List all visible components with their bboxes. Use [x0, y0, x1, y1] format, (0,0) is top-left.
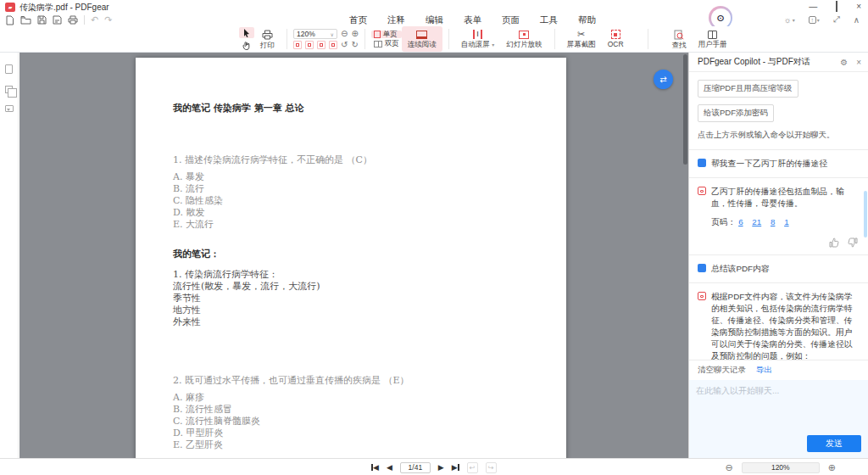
copilot-close-icon[interactable]: ×: [856, 58, 861, 67]
user-manual-button[interactable]: 用户手册: [693, 26, 733, 52]
open-file-icon[interactable]: [20, 15, 31, 25]
status-bar: ◀ ◀ 1/41 ▶ ▶ ↩ ↪ ⊖ 120% ⊕: [0, 458, 868, 475]
document-viewport[interactable]: 我的笔记 传染病学 第一章 总论 1. 描述传染病流行病学特征，不正确的是 （C…: [19, 53, 688, 458]
page-link[interactable]: 8: [771, 217, 775, 226]
new-file-icon[interactable]: [5, 15, 14, 25]
export-chat-button[interactable]: 导出: [756, 365, 772, 376]
minimize-button[interactable]: —: [809, 2, 817, 12]
maximize-button[interactable]: [836, 2, 837, 12]
auto-scroll-button[interactable]: I 自动滚屏 ▾: [455, 26, 500, 52]
example-chip-compress[interactable]: 压缩PDF且用高压缩等级: [698, 80, 798, 98]
comments-panel-icon[interactable]: [4, 105, 14, 112]
page-link[interactable]: 1: [784, 217, 788, 226]
collapse-ribbon-icon[interactable]: ∧: [854, 15, 860, 25]
doc-option: E. 乙型肝炎: [173, 439, 529, 451]
zoom-select[interactable]: 120%∨: [293, 29, 337, 39]
user-avatar-icon: [698, 159, 706, 167]
page-navigation: ◀ ◀ 1/41 ▶ ▶ ↩ ↪: [371, 459, 497, 475]
slideshow-button[interactable]: 幻灯片放映: [500, 26, 548, 52]
zoom-level[interactable]: 120%: [742, 462, 820, 473]
book-icon: [708, 31, 717, 39]
send-button[interactable]: 发送: [807, 435, 861, 452]
zoom-in-status-icon[interactable]: ⊕: [828, 462, 836, 473]
thumbs-up-icon[interactable]: [829, 238, 839, 248]
bookmarks-panel-icon[interactable]: [4, 64, 14, 74]
rotate-left-icon[interactable]: ↺: [341, 41, 348, 49]
chat-user-message: 帮我查一下乙丙丁肝的传播途径: [689, 150, 868, 177]
page-references: 页码： 6 21 8 1: [711, 217, 860, 228]
doc-option: D. 甲型肝炎: [173, 428, 529, 439]
thumbs-down-icon[interactable]: [848, 238, 858, 248]
doc-note-line: 地方性: [173, 305, 529, 316]
undo-icon[interactable]: ↶: [91, 14, 98, 25]
previous-view-icon[interactable]: ↩: [467, 462, 478, 473]
single-page-button[interactable]: 单页: [371, 31, 402, 38]
slideshow-icon: [519, 31, 529, 39]
copilot-chat-scroll[interactable]: 压缩PDF且用高压缩等级 给该PDF添加密码 点击上方示例或输入命令以开始聊天。…: [689, 72, 868, 360]
zoom-in-icon[interactable]: ⊕: [351, 30, 358, 38]
redo-icon[interactable]: ↷: [104, 14, 112, 25]
continuous-read-button[interactable]: 连续阅读: [402, 26, 442, 52]
clear-chat-button[interactable]: 清空聊天记录: [698, 365, 746, 376]
rotate-right-icon[interactable]: ↻: [351, 41, 358, 49]
page-link[interactable]: 6: [738, 217, 743, 226]
fullscreen-icon[interactable]: ⤢: [833, 14, 840, 25]
scissors-icon: ✂: [577, 30, 585, 39]
copilot-hint: 点击上方示例或输入命令以开始聊天。: [689, 128, 868, 149]
ocr-button[interactable]: OCR: [602, 26, 630, 52]
find-button[interactable]: 查找: [666, 26, 693, 52]
thumbnails-panel-icon[interactable]: [4, 86, 14, 93]
sidebar-scrollbar[interactable]: [864, 191, 867, 238]
previous-page-button[interactable]: ◀: [387, 463, 392, 472]
doc-question-2: 2. 既可通过水平传播，也可通过垂直传播的疾病是 （E）: [173, 374, 529, 387]
zoom-control: ⊖ 120% ⊕: [726, 459, 836, 475]
theme-icon[interactable]: ☼▾: [783, 15, 794, 25]
bot-avatar-icon: [698, 187, 706, 195]
select-cursor-button[interactable]: [239, 27, 254, 38]
select-tools-group: [239, 26, 254, 52]
fit-height-icon[interactable]: [317, 41, 326, 49]
copilot-settings-icon[interactable]: ⚙: [840, 58, 848, 67]
close-button[interactable]: ×: [856, 2, 861, 12]
auto-scroll-icon: I: [473, 30, 482, 39]
screenshot-button[interactable]: ✂ 屏幕截图: [561, 26, 602, 52]
chat-bot-message: 根据PDF文件内容，该文件为传染病学的相关知识，包括传染病的流行病学特征、传播途…: [689, 283, 868, 360]
share-icon[interactable]: ↑▾: [809, 16, 820, 24]
document-scrollbar[interactable]: [683, 54, 687, 165]
doc-note-line: 外来性: [173, 316, 529, 328]
chat-input[interactable]: [696, 385, 861, 432]
continuous-read-icon: [416, 31, 427, 39]
search-icon: [674, 30, 684, 40]
doc-option: D. 散发: [173, 207, 529, 219]
quick-access-toolbar: ↶ ↷: [5, 14, 112, 25]
fit-page-icon[interactable]: [305, 41, 314, 49]
doc-option: A. 麻疹: [173, 392, 529, 404]
fit-width-icon[interactable]: [293, 41, 302, 49]
doc-heading: 我的笔记 传染病学 第一章 总论: [173, 102, 529, 115]
copilot-sidebar: PDFgear Copilot - 与PDF对话 ⚙ × 压缩PDF且用高压缩等…: [688, 53, 868, 458]
double-page-button[interactable]: 双页: [371, 40, 402, 48]
window-title: 传染病学.pdf - PDFgear: [19, 2, 109, 14]
hand-tool-button[interactable]: [239, 40, 254, 51]
zoom-out-icon[interactable]: ⊖: [341, 30, 348, 38]
last-page-button[interactable]: ▶: [452, 463, 459, 472]
first-page-button[interactable]: ◀: [371, 463, 379, 472]
actual-size-icon[interactable]: [329, 41, 337, 49]
chat-user-message: 总结该PDF内容: [689, 255, 868, 282]
page-layout-group: 单页 双页: [371, 26, 402, 52]
page-indicator[interactable]: 1/41: [400, 462, 431, 473]
chat-actions-row: 清空聊天记录 导出: [689, 360, 868, 380]
next-view-icon[interactable]: ↪: [486, 462, 497, 473]
save-icon[interactable]: [37, 15, 47, 25]
save-as-icon[interactable]: [53, 15, 62, 25]
print-button[interactable]: 打印: [254, 26, 281, 52]
pdf-file-icon: ▰: [5, 3, 15, 12]
convert-to-word-floating-button[interactable]: ⇄: [654, 70, 673, 89]
pdf-page[interactable]: 我的笔记 传染病学 第一章 总论 1. 描述传染病流行病学特征，不正确的是 （C…: [136, 58, 566, 458]
print-quick-icon[interactable]: [68, 15, 78, 25]
zoom-out-status-icon[interactable]: ⊖: [726, 462, 733, 473]
bot-avatar-icon: [698, 292, 706, 300]
next-page-button[interactable]: ▶: [438, 463, 444, 472]
page-link[interactable]: 21: [752, 217, 761, 226]
example-chip-password[interactable]: 给该PDF添加密码: [698, 104, 774, 122]
